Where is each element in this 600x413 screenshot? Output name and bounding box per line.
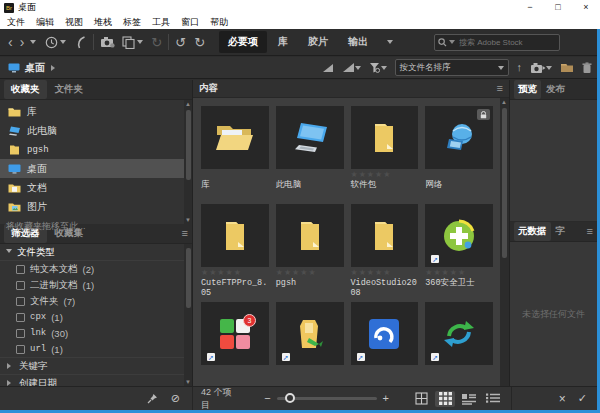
- cancel-icon[interactable]: ×: [559, 393, 566, 405]
- menu-help[interactable]: 帮助: [210, 16, 228, 29]
- content-item-this-pc[interactable]: 此电脑: [276, 106, 344, 200]
- pin-icon[interactable]: [147, 393, 158, 404]
- content-item-360-safe[interactable]: ➚ ★★★★★ 360安全卫士: [425, 204, 493, 298]
- filter-section-keywords[interactable]: 关键字: [0, 357, 192, 375]
- recent-files-button[interactable]: [45, 36, 58, 49]
- content-item-cuteftp[interactable]: ★★★★★ CuteFTPPro_8.05: [201, 204, 269, 298]
- menu-stacks[interactable]: 堆栈: [94, 16, 112, 29]
- thumbnail-tile[interactable]: [351, 106, 419, 169]
- copy-chevron-icon[interactable]: [137, 40, 143, 47]
- favorites-scrollbar[interactable]: ▲ ▼: [184, 100, 192, 224]
- thumbnail-tile[interactable]: ➚: [351, 302, 419, 365]
- content-menu-icon[interactable]: ≡: [497, 83, 503, 94]
- content-item-software-pkg[interactable]: ★★★★★ 软件包: [351, 106, 419, 200]
- rating-stars[interactable]: ★★★★★: [351, 267, 419, 278]
- filter-section-file-type[interactable]: 文件类型: [0, 244, 192, 261]
- menu-file[interactable]: 文件: [7, 16, 25, 29]
- search-scope-chevron-icon[interactable]: [449, 40, 455, 47]
- rating-stars[interactable]: [276, 169, 344, 180]
- confirm-icon[interactable]: ✓: [578, 393, 587, 404]
- thumbnail-tile[interactable]: ➚: [425, 302, 493, 365]
- rating-stars[interactable]: ★★★★★: [425, 267, 493, 278]
- sort-dropdown[interactable]: 按文件名排序: [395, 59, 509, 76]
- rating-stars[interactable]: ★★★★★: [351, 169, 419, 180]
- recent-chevron-icon[interactable]: [60, 40, 66, 47]
- get-photos-button[interactable]: [100, 36, 115, 48]
- content-item-pgsh[interactable]: ★★★★★ pgsh: [276, 204, 344, 298]
- filter-checkbox-lnk[interactable]: lnk (30): [0, 325, 192, 341]
- forward-button[interactable]: ›: [20, 35, 25, 49]
- nav-history-chevron-icon[interactable]: [30, 40, 36, 47]
- tab-favorites[interactable]: 收藏夹: [4, 80, 47, 99]
- thumbnail-tile[interactable]: [201, 204, 269, 267]
- favorites-item-this-pc[interactable]: 此电脑: [0, 121, 192, 140]
- tab-metadata[interactable]: 元数据: [514, 222, 551, 241]
- favorites-item-libraries[interactable]: 库: [0, 102, 192, 121]
- workspace-tab-libraries[interactable]: 库: [269, 31, 297, 53]
- view-list-button[interactable]: [483, 391, 503, 407]
- menu-tools[interactable]: 工具: [152, 16, 170, 29]
- thumbnail-tile[interactable]: 3 ➚: [201, 302, 269, 365]
- trash-icon[interactable]: [582, 62, 592, 74]
- thumbnail-tile[interactable]: [425, 106, 493, 169]
- content-item-yellow-app[interactable]: ➚: [276, 302, 344, 365]
- back-button[interactable]: ‹: [8, 35, 13, 49]
- content-item-libraries[interactable]: 库: [201, 106, 269, 200]
- workspace-tab-essentials[interactable]: 必要项: [219, 31, 267, 53]
- menu-label[interactable]: 标签: [123, 16, 141, 29]
- slider-knob[interactable]: [285, 393, 295, 403]
- minimize-button[interactable]: −: [516, 0, 544, 15]
- thumbnail-tile[interactable]: ➚: [276, 302, 344, 365]
- favorites-item-desktop[interactable]: 桌面: [0, 159, 192, 178]
- thumbnail-tile[interactable]: [201, 106, 269, 169]
- view-details-button[interactable]: [459, 391, 479, 407]
- thumbnail-tile[interactable]: [276, 204, 344, 267]
- filter-checkbox-plaintext[interactable]: 纯文本文档 (2): [0, 261, 192, 277]
- content-item-network[interactable]: 网络: [425, 106, 493, 200]
- sync-button[interactable]: ↻: [151, 36, 162, 49]
- workspace-tab-output[interactable]: 输出: [339, 31, 377, 53]
- rating-stars[interactable]: [201, 169, 269, 180]
- favorites-item-pgsh[interactable]: pgsh: [0, 140, 192, 159]
- rating-stars[interactable]: ★★★★★: [201, 267, 269, 278]
- maximize-button[interactable]: □: [544, 0, 572, 15]
- panel-menu-icon[interactable]: ≡: [587, 226, 593, 237]
- filter-checkbox-binary[interactable]: 二进制文档 (1): [0, 277, 192, 293]
- thumbnail-tile[interactable]: [351, 204, 419, 267]
- search-input[interactable]: [457, 37, 541, 48]
- thumbnail-tile[interactable]: ➚: [425, 204, 493, 267]
- filter-scrollbar[interactable]: ▼: [184, 244, 192, 386]
- menu-edit[interactable]: 编辑: [36, 16, 54, 29]
- filter-checkbox-url[interactable]: url (1): [0, 341, 192, 357]
- rating-stars[interactable]: ★★★★★: [276, 267, 344, 278]
- copy-button[interactable]: [122, 36, 135, 49]
- search-box[interactable]: [434, 34, 560, 51]
- workspace-tab-filmstrip[interactable]: 胶片: [299, 31, 337, 53]
- filter-dropdown[interactable]: [369, 62, 387, 73]
- redo-button[interactable]: ↻: [194, 36, 205, 49]
- thumbnail-tile[interactable]: [276, 106, 344, 169]
- tab-folders[interactable]: 文件夹: [48, 80, 91, 99]
- menu-view[interactable]: 视图: [65, 16, 83, 29]
- rating-dropdown[interactable]: [342, 62, 361, 73]
- workspace-chevron-icon[interactable]: [387, 40, 393, 47]
- lock-grid-button[interactable]: [411, 391, 431, 407]
- tab-keywords[interactable]: 字: [552, 222, 570, 241]
- sort-ascending-button[interactable]: ↑: [517, 62, 523, 73]
- zoom-in-icon[interactable]: +: [383, 393, 389, 404]
- view-thumbnails-button[interactable]: [435, 391, 455, 407]
- content-item-videostudio[interactable]: ★★★★★ VideoStudio2008: [351, 204, 419, 298]
- filter-checkbox-cpx[interactable]: cpx (1): [0, 309, 192, 325]
- content-item-recycle-app[interactable]: ➚: [425, 302, 493, 365]
- clear-filter-icon[interactable]: ⊘: [171, 393, 180, 404]
- menu-window[interactable]: 窗口: [181, 16, 199, 29]
- close-button[interactable]: ×: [572, 0, 600, 15]
- rating-stars[interactable]: [425, 169, 493, 180]
- favorites-item-documents[interactable]: 文档: [0, 178, 192, 197]
- return-to-app-button[interactable]: [75, 36, 87, 49]
- new-folder-icon[interactable]: [560, 62, 574, 73]
- favorites-item-pictures[interactable]: 图片: [0, 197, 192, 216]
- slider-track[interactable]: [277, 397, 377, 400]
- undo-button[interactable]: ↺: [175, 36, 186, 49]
- tab-publish[interactable]: 发布: [542, 80, 569, 99]
